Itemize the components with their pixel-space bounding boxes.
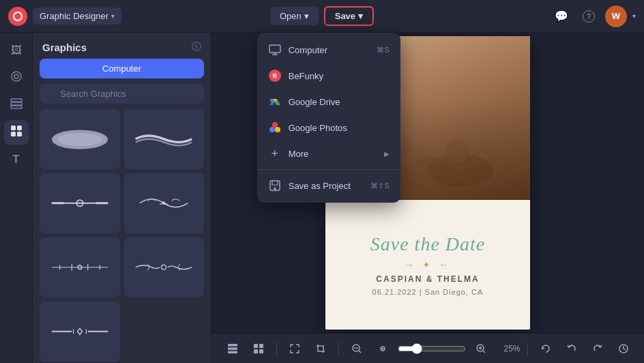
svg-rect-3 [11,102,22,105]
zoom-in-button[interactable] [470,338,492,360]
canvas-area: Save the Date → ✦ ← CASPIAN & THELMA 06.… [211,33,644,363]
panel-header: Graphics ⓘ [33,33,211,59]
crop-button[interactable] [310,338,332,360]
menu-item-google-photos[interactable]: Google Photos [257,115,400,141]
svg-point-10 [57,133,102,146]
zoom-label: 25% [496,344,521,353]
search-wrapper: 🔍 [40,84,204,104]
svg-point-43 [381,347,383,349]
names-text: CASPIAN & THELMA [376,274,479,284]
date-location-text: 06.21.2022 | San Diego, CA [372,288,484,296]
svg-point-15 [162,202,166,205]
svg-rect-35 [254,344,258,348]
expand-button[interactable] [284,338,306,360]
svg-point-53 [275,127,280,132]
chat-icon: 💬 [555,10,568,23]
toolbar-divider [276,342,277,355]
svg-point-22 [162,265,166,270]
graphic-item[interactable] [40,302,120,362]
refresh-button[interactable] [535,338,557,360]
google-photos-icon [268,121,282,134]
zoom-slider[interactable] [398,343,466,354]
search-input[interactable] [40,84,204,104]
svg-rect-33 [228,347,237,350]
menu-item-more-label: More [289,149,309,159]
logo-icon [8,7,27,26]
sidebar-item-photos[interactable]: 🖼 [4,38,29,63]
svg-rect-7 [11,132,16,136]
help-button[interactable]: ? [578,5,600,27]
chat-button[interactable]: 💬 [551,5,572,27]
open-chevron-icon: ▾ [304,11,309,21]
graphic-item[interactable] [124,237,205,297]
menu-item-more[interactable]: + More ▶ [257,141,400,166]
menu-item-computer-label: Computer [289,45,327,55]
menu-divider [257,169,400,170]
svg-rect-38 [259,349,263,353]
graphic-item[interactable] [40,173,120,233]
svg-rect-32 [228,344,237,347]
sidebar-item-layers[interactable] [4,93,29,117]
save-button[interactable]: Save ▾ [324,6,374,26]
avatar-chevron-icon[interactable]: ▾ [632,12,636,20]
topbar-center-actions: Open ▾ Save ▾ [270,6,374,26]
sidebar-item-text[interactable]: T [4,147,29,172]
save-chevron-icon: ▾ [358,11,363,21]
app-name-button[interactable]: Graphic Designer ▾ [33,8,121,25]
more-chevron-icon: ▶ [384,150,390,158]
menu-item-befunky[interactable]: B BeFunky [257,63,400,89]
zoom-out-button[interactable] [346,338,368,360]
photos-icon: 🖼 [11,44,22,57]
toolbar-divider-2 [338,342,339,355]
sidebar-item-graphics[interactable] [4,120,29,145]
google-drive-icon [268,95,282,108]
zoom-fit-button[interactable] [372,338,394,360]
svg-marker-25 [77,328,82,334]
menu-item-google-drive[interactable]: Google Drive [257,89,400,115]
info-icon[interactable]: ⓘ [192,41,201,53]
svg-point-0 [12,72,21,81]
tab-row: Computer [33,59,211,84]
toolbar-divider-3 [527,342,528,355]
graphic-item[interactable] [124,173,205,233]
chevron-down-icon: ▾ [111,12,115,20]
redo-button[interactable] [587,338,609,360]
svg-rect-2 [11,99,22,102]
bottom-toolbar: 25% [211,333,644,363]
topbar: Graphic Designer ▾ Open ▾ Save ▾ 💬 ? W ▾ [0,0,644,33]
svg-line-47 [483,351,485,353]
grid-toolbar-button[interactable] [248,338,269,360]
menu-item-save-as-project-shortcut: ⌘⇧S [370,182,389,190]
svg-point-52 [272,122,278,128]
svg-rect-8 [17,132,22,136]
computer-icon [268,43,282,57]
menu-item-computer[interactable]: Computer ⌘S [257,37,400,63]
svg-point-31 [445,139,469,163]
save-the-date-title: Save the Date [370,233,486,255]
ornament: → ✦ ← [405,259,451,270]
menu-item-save-as-project-label: Save as Project [289,181,351,191]
svg-rect-34 [228,351,237,353]
layers-toolbar-button[interactable] [222,338,244,360]
computer-tab[interactable]: Computer [40,59,204,78]
sidebar-item-effects[interactable] [4,66,29,90]
app-name-label: Graphic Designer [40,11,108,21]
panel-title: Graphics [42,42,87,53]
open-button[interactable]: Open ▾ [270,7,319,25]
graphic-item[interactable] [124,109,205,169]
save-as-project-icon [268,179,282,192]
effects-icon [10,70,23,85]
history-button[interactable] [613,338,634,360]
graphic-item[interactable] [40,237,120,297]
menu-item-save-as-project[interactable]: Save as Project ⌘⇧S [257,173,400,199]
graphics-panel: Graphics ⓘ Computer 🔍 [33,33,211,363]
search-row: 🔍 [33,84,211,109]
svg-rect-36 [259,344,263,348]
text-icon: T [13,154,20,166]
svg-rect-49 [269,45,280,53]
avatar-button[interactable]: W [605,5,627,27]
svg-rect-5 [11,126,16,130]
menu-item-befunky-label: BeFunky [289,71,323,81]
graphic-item[interactable] [40,109,120,169]
undo-button[interactable] [561,338,583,360]
